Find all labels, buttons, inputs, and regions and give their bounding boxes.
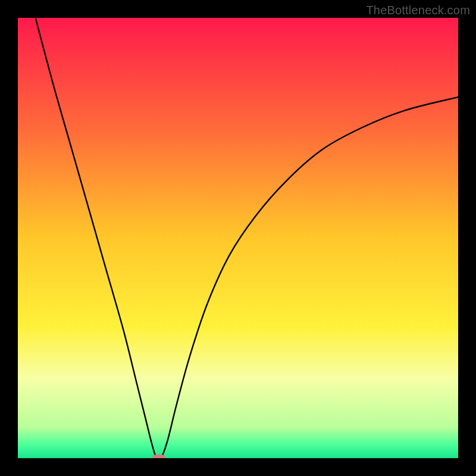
curve-layer bbox=[18, 18, 458, 458]
optimum-marker bbox=[152, 455, 165, 458]
plot-area bbox=[18, 18, 458, 458]
watermark-text: TheBottleneck.com bbox=[366, 4, 470, 17]
chart-frame: TheBottleneck.com bbox=[0, 0, 476, 476]
bottleneck-curve bbox=[36, 18, 458, 458]
